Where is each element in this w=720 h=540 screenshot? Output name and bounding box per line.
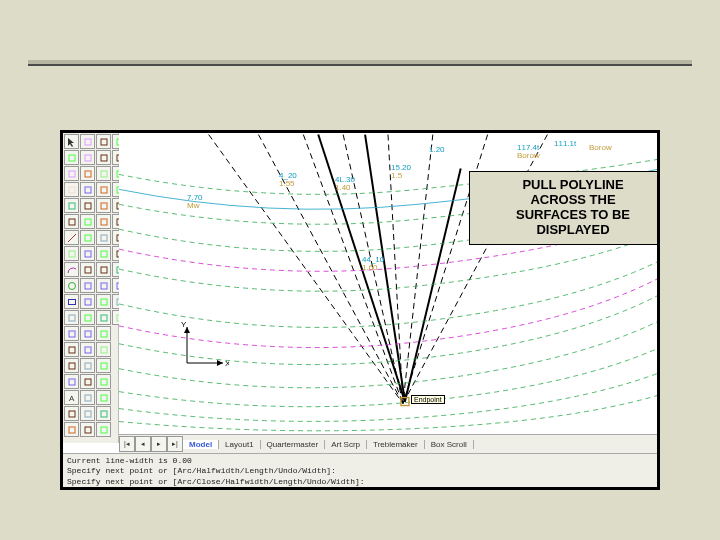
viewport-tool[interactable] bbox=[96, 342, 111, 357]
layout-tab[interactable]: Layout1 bbox=[219, 440, 260, 449]
layout-tab[interactable]: Model bbox=[183, 440, 219, 449]
svg-rect-44 bbox=[101, 267, 107, 273]
point-tool[interactable] bbox=[64, 342, 79, 357]
hand-tool[interactable] bbox=[64, 150, 79, 165]
trim-tool[interactable] bbox=[80, 310, 95, 325]
new-tool[interactable] bbox=[96, 406, 111, 421]
svg-rect-26 bbox=[85, 283, 91, 289]
mirror-tool[interactable] bbox=[80, 278, 95, 293]
tab-first-button[interactable]: |◂ bbox=[119, 436, 135, 452]
hatch-tool[interactable] bbox=[64, 358, 79, 373]
contour-label: 1.40 bbox=[335, 183, 351, 192]
mtext-tool[interactable] bbox=[64, 406, 79, 421]
svg-rect-9 bbox=[69, 315, 75, 321]
svg-rect-49 bbox=[101, 347, 107, 353]
svg-rect-27 bbox=[85, 299, 91, 305]
circle-tool[interactable] bbox=[64, 278, 79, 293]
line-tool[interactable] bbox=[64, 230, 79, 245]
polyline-tool[interactable] bbox=[64, 246, 79, 261]
pan-tool[interactable] bbox=[64, 198, 79, 213]
svg-rect-21 bbox=[85, 203, 91, 209]
color-tool[interactable] bbox=[96, 150, 111, 165]
insert-tool[interactable] bbox=[96, 278, 111, 293]
pointer-tool[interactable] bbox=[64, 134, 79, 149]
svg-rect-23 bbox=[85, 235, 91, 241]
layout-tab[interactable]: Quartermaster bbox=[261, 440, 326, 449]
arc-tool[interactable] bbox=[64, 262, 79, 277]
tab-last-button[interactable]: ▸| bbox=[167, 436, 183, 452]
xref-tool[interactable] bbox=[96, 294, 111, 309]
move-tool[interactable] bbox=[80, 214, 95, 229]
layout-tab[interactable]: Box Scroll bbox=[425, 440, 474, 449]
svg-rect-17 bbox=[85, 139, 91, 145]
fillet-tool[interactable] bbox=[80, 342, 95, 357]
tool-palette: A bbox=[63, 133, 119, 443]
svg-rect-16 bbox=[69, 427, 75, 433]
dim-angular-tool[interactable] bbox=[80, 150, 95, 165]
copy-tool[interactable] bbox=[80, 230, 95, 245]
explode-tool[interactable] bbox=[80, 406, 95, 421]
table-tool[interactable] bbox=[80, 198, 95, 213]
undo-tool[interactable] bbox=[96, 422, 111, 437]
drawing-canvas[interactable]: 111.1t117.4tBorowBorow1.2015.201.54L.301… bbox=[119, 133, 657, 435]
scale-tool[interactable] bbox=[80, 262, 95, 277]
svg-rect-32 bbox=[85, 379, 91, 385]
rotate-tool[interactable] bbox=[80, 246, 95, 261]
layer-tool[interactable] bbox=[96, 134, 111, 149]
svg-rect-43 bbox=[101, 251, 107, 257]
tab-prev-button[interactable]: ◂ bbox=[135, 436, 151, 452]
spline-tool[interactable] bbox=[64, 326, 79, 341]
svg-rect-8 bbox=[68, 299, 75, 304]
erase-tool[interactable] bbox=[80, 422, 95, 437]
contour-label: 1.5 bbox=[391, 171, 402, 180]
text-tool[interactable]: A bbox=[64, 390, 79, 405]
svg-rect-11 bbox=[69, 347, 75, 353]
linetype-tool[interactable] bbox=[96, 166, 111, 181]
orbit-tool[interactable] bbox=[64, 214, 79, 229]
dim-aligned-tool[interactable] bbox=[80, 134, 95, 149]
zoom-window-tool[interactable] bbox=[64, 166, 79, 181]
offset-tool[interactable] bbox=[80, 294, 95, 309]
lineweight-tool[interactable] bbox=[96, 182, 111, 197]
extend-tool[interactable] bbox=[80, 326, 95, 341]
dim-linear-tool[interactable] bbox=[64, 422, 79, 437]
measure-tool[interactable] bbox=[96, 230, 111, 245]
ellipse-tool[interactable] bbox=[64, 310, 79, 325]
callout-line: SURFACES TO BE bbox=[478, 208, 657, 223]
zoom-extents-tool[interactable] bbox=[64, 182, 79, 197]
open-tool[interactable] bbox=[96, 390, 111, 405]
ucs-tool[interactable] bbox=[96, 310, 111, 325]
svg-rect-10 bbox=[69, 331, 75, 337]
svg-rect-1 bbox=[69, 171, 75, 177]
view-tool[interactable] bbox=[96, 326, 111, 341]
dim-radius-tool[interactable] bbox=[80, 166, 95, 181]
layout-tab[interactable]: Treblemaker bbox=[367, 440, 425, 449]
block-tool[interactable] bbox=[96, 262, 111, 277]
command-line[interactable]: Current line-width is 0.00 Specify next … bbox=[63, 453, 657, 487]
svg-rect-2 bbox=[69, 187, 75, 193]
contour-label: 111.1t bbox=[554, 139, 576, 148]
svg-line-5 bbox=[68, 234, 76, 242]
rectangle-tool[interactable] bbox=[64, 294, 79, 309]
callout-line: DISPLAYED bbox=[478, 223, 657, 238]
layout-tab[interactable]: Art Scrp bbox=[325, 440, 367, 449]
array-tool[interactable] bbox=[80, 374, 95, 389]
match-prop-tool[interactable] bbox=[96, 214, 111, 229]
contour-label: 1.60 bbox=[362, 263, 378, 272]
region-tool[interactable] bbox=[64, 374, 79, 389]
properties-tool[interactable] bbox=[96, 198, 111, 213]
svg-rect-22 bbox=[85, 219, 91, 225]
tab-next-button[interactable]: ▸ bbox=[151, 436, 167, 452]
cad-window: A bbox=[63, 133, 657, 487]
svg-rect-42 bbox=[101, 235, 107, 241]
plot-tool[interactable] bbox=[96, 358, 111, 373]
chamfer-tool[interactable] bbox=[80, 358, 95, 373]
stretch-tool[interactable] bbox=[80, 390, 95, 405]
contour-label: 1.55 bbox=[279, 179, 295, 188]
svg-rect-34 bbox=[85, 411, 91, 417]
svg-rect-20 bbox=[85, 187, 91, 193]
svg-line-72 bbox=[403, 135, 433, 404]
leader-tool[interactable] bbox=[80, 182, 95, 197]
save-tool[interactable] bbox=[96, 374, 111, 389]
list-tool[interactable] bbox=[96, 246, 111, 261]
